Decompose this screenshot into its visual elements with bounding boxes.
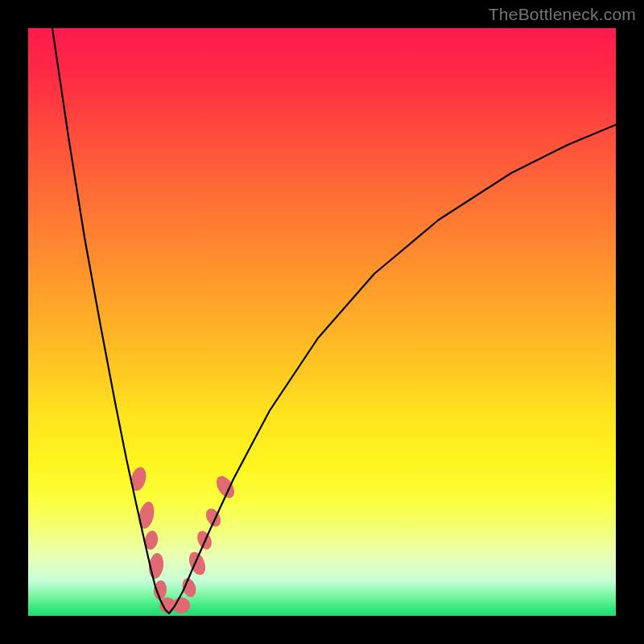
left-branch-path (52, 28, 169, 613)
marker-blob (180, 576, 199, 599)
marker-blob (186, 550, 208, 578)
marker-blob (203, 506, 223, 530)
curve-layer (28, 28, 616, 616)
right-branch-path (169, 125, 616, 613)
plot-area (28, 28, 616, 616)
chart-frame: TheBottleneck.com (0, 0, 644, 644)
watermark-text: TheBottleneck.com (489, 5, 636, 24)
